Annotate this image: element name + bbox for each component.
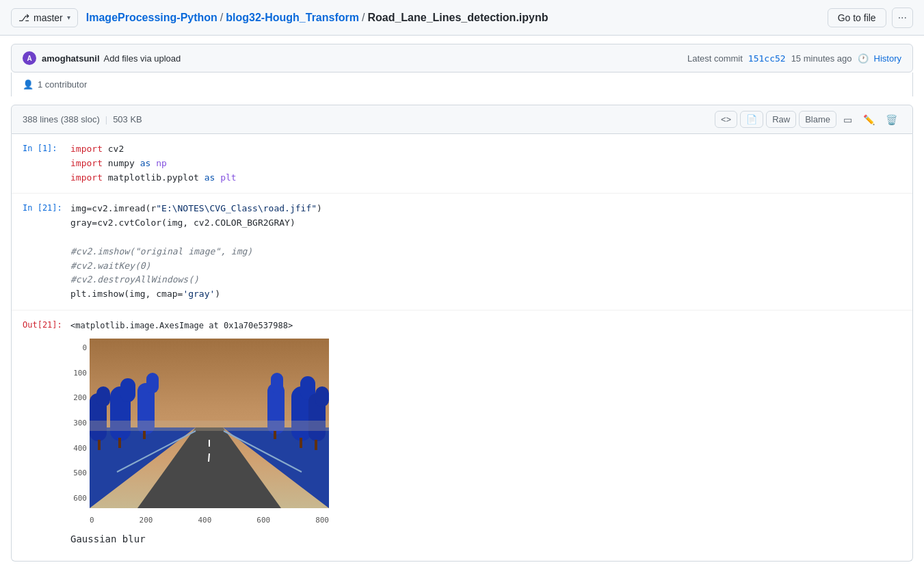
- y-label-300: 300: [73, 417, 87, 430]
- comment-destroy: #cv2.destroyAllWindows(): [70, 274, 199, 285]
- cell-3-top: Out[21]: <matplotlib.image.AxesImage at …: [23, 319, 901, 553]
- cell-1-content: import cv2 import numpy as np import mat…: [70, 142, 901, 185]
- x-label-600: 600: [256, 514, 270, 527]
- keyword-import-1: import: [70, 144, 103, 154]
- gaussian-text: Gaussian blur: [70, 533, 146, 544]
- clock-icon: 🕐: [858, 53, 869, 64]
- svg-rect-9: [96, 386, 110, 407]
- cell-1-label: In [1]:: [23, 142, 70, 185]
- code-line-1-1: import cv2: [70, 142, 901, 157]
- history-label: History: [874, 53, 901, 64]
- history-button[interactable]: History: [874, 53, 901, 64]
- file-actions: <> 📄 Raw Blame ▭ ✏️ 🗑️: [715, 111, 901, 128]
- commit-bar: A amoghatsunil Add files via upload Late…: [11, 44, 913, 72]
- output-text: <matplotlib.image.AxesImage at 0x1a70e53…: [70, 321, 293, 330]
- alias-np: np: [156, 158, 167, 168]
- keyword-import-2: import: [70, 158, 103, 168]
- current-file: Road_Lane_Lines_detection.ipynb: [367, 12, 548, 24]
- road-image-svg: [90, 339, 329, 508]
- code-cvtcolor: gray=cv2.cvtColor(img, cv2.COLOR_BGR2GRA…: [70, 217, 295, 228]
- cell-2-label: In [21]:: [23, 202, 70, 302]
- file-stats: 388 lines (388 sloc) | 503 KB: [23, 114, 142, 124]
- cell-3-out-label: Out[21]:: [23, 320, 62, 330]
- more-options-button[interactable]: ···: [892, 8, 913, 28]
- alias-plt: plt: [220, 172, 236, 183]
- plot-wrapper: 0 100 200 300 400 500 600: [70, 339, 901, 526]
- x-label-0: 0: [90, 514, 94, 527]
- document-icon: 📄: [746, 114, 757, 124]
- commit-hash[interactable]: 151cc52: [748, 53, 786, 64]
- commit-meta: amoghatsunil Add files via upload: [42, 53, 181, 64]
- y-label-100: 100: [73, 367, 87, 380]
- y-axis-labels: 0 100 200 300 400 500 600: [70, 339, 90, 505]
- file-view-button[interactable]: 📄: [740, 111, 763, 128]
- separator1: /: [220, 12, 223, 24]
- repo-link[interactable]: ImageProcessing-Python: [86, 12, 217, 24]
- y-label-600: 600: [73, 492, 87, 505]
- edit-button[interactable]: ✏️: [859, 111, 879, 128]
- chevron-down-icon: ▾: [67, 14, 70, 21]
- code-paren2: ): [215, 289, 220, 299]
- code-line-2-1: img=cv2.imread(r"E:\NOTES\CVG_Class\road…: [70, 202, 901, 216]
- svg-rect-23: [300, 438, 302, 448]
- y-label-200: 200: [73, 392, 87, 404]
- cell-1-in-label: In [1]:: [23, 144, 57, 153]
- code-line-2-6: #cv2.destroyAllWindows(): [70, 273, 901, 287]
- blame-button[interactable]: Blame: [799, 111, 836, 128]
- author-name[interactable]: amoghatsunil: [42, 53, 100, 64]
- top-bar: ⎇ master ▾ ImageProcessing-Python / blog…: [0, 0, 924, 36]
- y-label-0: 0: [82, 342, 87, 354]
- keyword-as-2: as: [204, 172, 215, 183]
- top-bar-actions: Go to file ···: [828, 8, 913, 28]
- svg-rect-17: [315, 386, 329, 407]
- go-to-file-button[interactable]: Go to file: [828, 8, 886, 27]
- y-label-500: 500: [73, 467, 87, 479]
- file-size: 503 KB: [113, 114, 142, 124]
- cell-1: In [1]: import cv2 import numpy as np im…: [12, 134, 912, 194]
- svg-rect-22: [143, 431, 146, 439]
- file-info-bar: 388 lines (388 sloc) | 503 KB <> 📄 Raw B…: [11, 105, 913, 134]
- raw-button[interactable]: Raw: [766, 111, 796, 128]
- x-label-400: 400: [198, 514, 211, 527]
- svg-rect-11: [120, 378, 135, 402]
- code-view-button[interactable]: <>: [715, 111, 737, 128]
- keyword-as-1: as: [140, 158, 151, 168]
- gaussian-blur-label: Gaussian blur: [70, 531, 901, 552]
- cell-3-output: Out[21]: <matplotlib.image.AxesImage at …: [12, 311, 912, 561]
- commit-author-section: A amoghatsunil Add files via upload: [23, 51, 181, 65]
- svg-rect-20: [98, 440, 101, 450]
- svg-rect-26: [90, 421, 329, 431]
- cell-2-in-label: In [21]:: [23, 203, 62, 213]
- breadcrumb: ImageProcessing-Python / blog32-Hough_Tr…: [86, 12, 828, 24]
- x-label-800: 800: [315, 514, 329, 527]
- person-icon: 👤: [23, 79, 34, 90]
- code-line-1-3: import matplotlib.pyplot as plt: [70, 171, 901, 185]
- git-branch-icon: ⎇: [18, 12, 29, 23]
- code-icon: <>: [721, 114, 731, 124]
- keyword-import-3: import: [70, 172, 103, 183]
- cell-2-content: img=cv2.imread(r"E:\NOTES\CVG_Class\road…: [70, 202, 901, 302]
- svg-rect-24: [315, 440, 317, 450]
- code-line-2-7: plt.imshow(img, cmap='gray'): [70, 287, 901, 302]
- lib-matplotlib: matplotlib.pyplot: [108, 172, 204, 183]
- code-line-1-2: import numpy as np: [70, 157, 901, 171]
- separator: |: [105, 114, 107, 124]
- lib-cv2: cv2: [108, 144, 124, 154]
- commit-time: 15 minutes ago: [791, 53, 852, 64]
- svg-line-5: [209, 453, 209, 462]
- string-path: "E:\NOTES\CVG_Class\road.jfif": [156, 203, 317, 213]
- svg-rect-25: [274, 431, 276, 439]
- commit-message: Add files via upload: [104, 53, 181, 64]
- image-column: 0 200 400 600 800: [90, 339, 329, 526]
- delete-button[interactable]: 🗑️: [882, 111, 901, 128]
- code-line-2-4: #cv2.imshow("original image", img): [70, 245, 901, 259]
- avatar: A: [23, 51, 36, 65]
- folder-link[interactable]: blog32-Hough_Transform: [226, 12, 359, 24]
- branch-selector[interactable]: ⎇ master ▾: [11, 8, 78, 27]
- screen-view-button[interactable]: ▭: [839, 111, 856, 128]
- branch-name: master: [34, 12, 63, 23]
- code-line-2-2: gray=cv2.cvtColor(img, cv2.COLOR_BGR2GRA…: [70, 216, 901, 230]
- notebook-content: In [1]: import cv2 import numpy as np im…: [11, 134, 913, 562]
- file-lines: 388 lines (388 sloc): [23, 114, 100, 124]
- svg-rect-21: [118, 438, 121, 448]
